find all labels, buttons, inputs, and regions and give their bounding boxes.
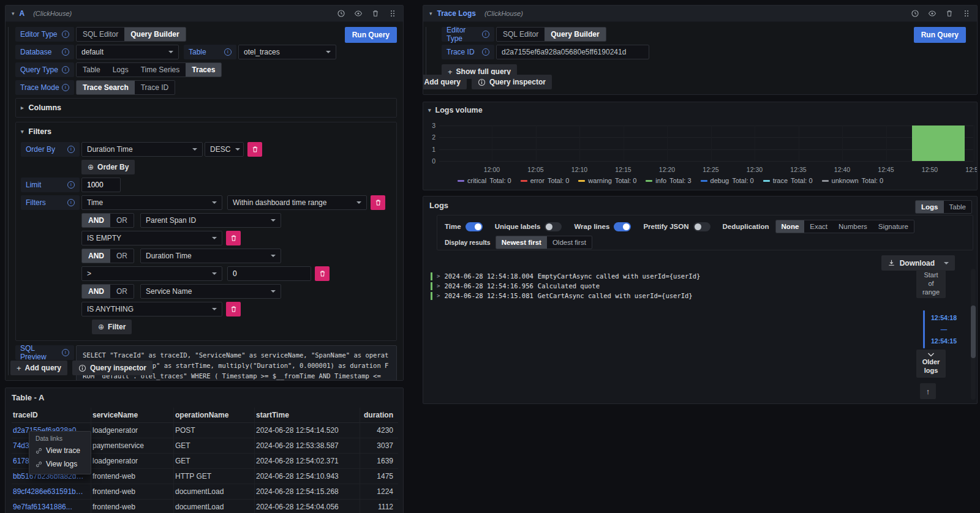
condition-value-input[interactable]: 0	[227, 266, 311, 281]
query-inspector-button[interactable]: Query inspector	[472, 75, 552, 89]
legend-item-warning[interactable]: warningTotal: 0	[578, 177, 636, 184]
view-trace-menuitem[interactable]: View trace	[29, 444, 91, 457]
history-icon[interactable]	[337, 9, 345, 18]
column-header[interactable]: serviceName	[91, 408, 174, 423]
or-option[interactable]: OR	[110, 285, 134, 298]
eye-icon[interactable]	[928, 9, 937, 18]
dedup-numbers-option[interactable]: Numbers	[833, 220, 873, 233]
expand-caret-icon[interactable]: >	[437, 283, 440, 289]
legend-item-trace[interactable]: traceTotal: 0	[763, 177, 813, 184]
delete-order-by-button[interactable]	[247, 142, 262, 157]
delete-condition-button[interactable]	[315, 266, 330, 281]
or-option[interactable]: OR	[110, 249, 134, 263]
info-icon[interactable]: i	[67, 181, 75, 189]
dedup-exact-option[interactable]: Exact	[804, 220, 833, 233]
query-type-traces[interactable]: Traces	[186, 63, 221, 77]
download-button[interactable]: Download	[881, 255, 955, 271]
info-icon[interactable]: i	[62, 84, 69, 91]
view-logs-option[interactable]: Logs	[916, 201, 943, 213]
or-option[interactable]: OR	[110, 214, 134, 227]
view-table-option[interactable]: Table	[944, 201, 972, 213]
order-by-direction-select[interactable]: DESC	[205, 142, 244, 157]
info-icon[interactable]: i	[67, 146, 75, 153]
drag-handle-icon[interactable]	[962, 9, 971, 18]
column-header[interactable]: startTime	[255, 408, 360, 423]
wrap-lines-toggle[interactable]: Wrap lines	[574, 222, 631, 231]
columns-section[interactable]: ▸Columns	[15, 98, 397, 118]
trace-id-link[interactable]: 9e7faf61341886...	[12, 500, 91, 513]
toggle-switch[interactable]	[693, 222, 710, 231]
condition-field-select[interactable]: Service Name	[140, 284, 281, 299]
delete-filter-button[interactable]	[371, 195, 385, 210]
trace-id-option[interactable]: Trace ID	[135, 81, 175, 94]
query-type-logs[interactable]: Logs	[107, 63, 135, 77]
condition-field-select[interactable]: Duration Time	[140, 249, 281, 263]
log-line[interactable]: >2024-06-28 12:54:15.081GetCartAsync cal…	[431, 291, 700, 301]
toggle-switch[interactable]	[545, 222, 562, 231]
drag-handle-icon[interactable]	[388, 9, 397, 18]
panel-title[interactable]: Trace Logs	[437, 9, 476, 18]
scrollbar-thumb[interactable]	[971, 305, 976, 358]
trace-id-link[interactable]: 89cf4286e631591b4...	[12, 484, 91, 500]
legend-item-critical[interactable]: criticalTotal: 0	[458, 177, 511, 184]
trash-icon[interactable]	[371, 9, 380, 18]
legend-item-info[interactable]: infoTotal: 3	[646, 177, 691, 184]
add-filter-button[interactable]: ⊕Filter	[92, 320, 132, 334]
oldest-first-option[interactable]: Oldest first	[547, 236, 592, 249]
info-icon[interactable]: i	[62, 31, 69, 38]
info-icon[interactable]: i	[482, 48, 489, 56]
info-icon[interactable]: i	[62, 66, 69, 73]
eye-icon[interactable]	[354, 9, 363, 18]
filters-section-header[interactable]: ▾Filters	[21, 125, 391, 138]
logs-scrollbar[interactable]	[971, 269, 976, 400]
limit-input[interactable]: 1000	[81, 178, 121, 192]
table-select[interactable]: otel_traces	[238, 45, 336, 59]
dedup-signature-option[interactable]: Signature	[873, 220, 914, 233]
condition-operator-select[interactable]: >	[81, 266, 222, 281]
info-icon[interactable]: i	[224, 48, 232, 56]
info-icon[interactable]: i	[62, 48, 69, 56]
log-line[interactable]: >2024-06-28 12:54:18.004EmptyCartAsync c…	[431, 271, 700, 281]
database-select[interactable]: default	[76, 45, 179, 59]
unique-labels-toggle[interactable]: Unique labels	[495, 222, 562, 231]
info-icon[interactable]: i	[62, 349, 69, 356]
and-option[interactable]: AND	[82, 249, 110, 263]
condition-field-select[interactable]: Parent Span ID	[140, 213, 281, 228]
time-filter-field-select[interactable]: Time	[81, 195, 222, 210]
legend-item-error[interactable]: errorTotal: 0	[521, 177, 570, 184]
delete-condition-button[interactable]	[226, 302, 241, 316]
trash-icon[interactable]	[945, 9, 954, 18]
legend-item-debug[interactable]: debugTotal: 0	[701, 177, 754, 184]
and-option[interactable]: AND	[82, 214, 110, 227]
query-builder-option[interactable]: Query Builder	[545, 28, 605, 41]
column-header[interactable]: operationName	[174, 408, 255, 423]
expand-caret-icon[interactable]: >	[437, 273, 440, 279]
toggle-switch[interactable]	[614, 222, 631, 231]
delete-condition-button[interactable]	[226, 231, 241, 245]
scroll-to-top-button[interactable]: ↑	[920, 383, 936, 399]
column-header[interactable]: traceID	[12, 408, 91, 423]
dedup-none-option[interactable]: None	[776, 220, 805, 233]
condition-operator-select[interactable]: IS EMPTY	[81, 231, 222, 245]
query-type-timeseries[interactable]: Time Series	[135, 63, 186, 77]
history-icon[interactable]	[911, 9, 919, 18]
older-logs-button[interactable]: Older logs	[916, 350, 946, 378]
view-logs-menuitem[interactable]: View logs	[29, 457, 91, 471]
sql-editor-option[interactable]: SQL Editor	[497, 28, 545, 41]
query-builder-option[interactable]: Query Builder	[124, 28, 185, 41]
and-option[interactable]: AND	[82, 285, 110, 298]
query-type-table[interactable]: Table	[77, 63, 107, 77]
order-by-field-select[interactable]: Duration Time	[81, 142, 203, 157]
panel-title[interactable]: A	[20, 9, 25, 18]
info-icon[interactable]: i	[67, 199, 75, 206]
log-line[interactable]: >2024-06-28 12:54:16.956Calculated quote	[431, 281, 700, 291]
condition-operator-select[interactable]: IS ANYTHING	[81, 302, 222, 316]
legend-item-unknown[interactable]: unknownTotal: 0	[822, 177, 884, 184]
query-inspector-button[interactable]: Query inspector	[72, 361, 153, 375]
add-order-by-button[interactable]: ⊕Order By	[81, 160, 135, 174]
collapse-chevron-icon[interactable]: ▾	[429, 10, 432, 17]
prettify-json-toggle[interactable]: Prettify JSON	[643, 222, 710, 231]
column-header[interactable]: duration	[360, 408, 398, 423]
toggle-switch[interactable]	[466, 222, 483, 231]
time-filter-value-select[interactable]: Within dashboard time range	[227, 195, 367, 210]
